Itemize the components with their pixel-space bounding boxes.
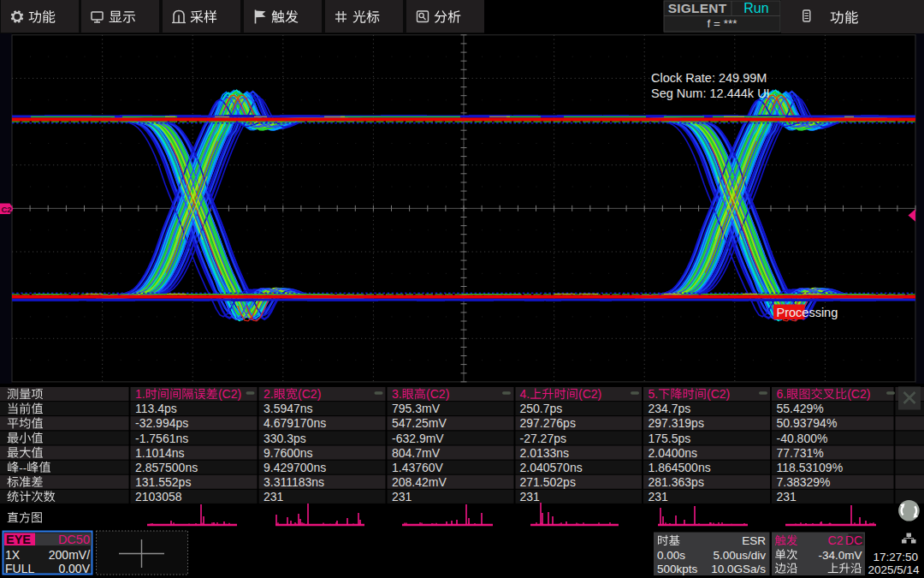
- svg-text:6.: 6.: [777, 387, 787, 401]
- svg-text:2.857500ns: 2.857500ns: [135, 461, 198, 474]
- svg-text:5.: 5.: [649, 387, 659, 401]
- svg-text:55.429%: 55.429%: [777, 402, 824, 415]
- svg-text:-34.0mV: -34.0mV: [819, 549, 862, 562]
- svg-text:118.53109%: 118.53109%: [777, 461, 844, 474]
- svg-text:4.: 4.: [520, 387, 530, 401]
- svg-text:1.43760V: 1.43760V: [392, 461, 444, 474]
- svg-text:500kpts: 500kpts: [657, 563, 698, 575]
- svg-text:(C2): (C2): [847, 387, 870, 401]
- svg-text:7.38329%: 7.38329%: [777, 475, 831, 489]
- svg-text:Seg Num: 12.444k UI: Seg Num: 12.444k UI: [651, 86, 770, 100]
- svg-text:-40.800%: -40.800%: [777, 432, 828, 445]
- svg-text:9.429700ns: 9.429700ns: [264, 461, 326, 474]
- svg-text:9.7600ns: 9.7600ns: [264, 446, 313, 460]
- svg-text:281.363ps: 281.363ps: [649, 475, 704, 489]
- svg-text:547.25mV: 547.25mV: [392, 416, 447, 430]
- svg-text:131.552ps: 131.552ps: [135, 475, 191, 489]
- svg-text:Processing: Processing: [777, 306, 838, 319]
- svg-text:4.679170ns: 4.679170ns: [264, 416, 326, 430]
- svg-text:250.7ps: 250.7ps: [520, 402, 563, 415]
- svg-text:-1.7561ns: -1.7561ns: [135, 432, 188, 445]
- svg-text:804.7mV: 804.7mV: [392, 446, 441, 460]
- svg-text:1X: 1X: [5, 548, 21, 562]
- svg-text:231: 231: [777, 490, 797, 504]
- svg-text:2.0133ns: 2.0133ns: [520, 446, 570, 460]
- svg-text:231: 231: [264, 490, 284, 504]
- svg-text:1.864500ns: 1.864500ns: [649, 461, 711, 474]
- svg-text:-27.27ps: -27.27ps: [520, 432, 566, 445]
- svg-text:(C2): (C2): [298, 387, 321, 401]
- svg-text:Run: Run: [743, 1, 768, 15]
- svg-text:271.502ps: 271.502ps: [520, 475, 576, 489]
- svg-text:2.0400ns: 2.0400ns: [649, 446, 698, 460]
- svg-text:113.4ps: 113.4ps: [135, 402, 177, 415]
- svg-text:-32.994ps: -32.994ps: [135, 416, 188, 430]
- svg-text:-632.9mV: -632.9mV: [392, 432, 444, 445]
- svg-text:1.1014ns: 1.1014ns: [135, 446, 185, 460]
- svg-text:208.42mV: 208.42mV: [392, 475, 447, 489]
- svg-text:2.: 2.: [264, 387, 274, 401]
- svg-text:(C2): (C2): [218, 387, 241, 401]
- svg-text:3.5947ns: 3.5947ns: [264, 402, 313, 415]
- svg-text:234.7ps: 234.7ps: [649, 402, 691, 415]
- svg-text:231: 231: [520, 490, 541, 504]
- svg-text:200mV/: 200mV/: [49, 548, 90, 562]
- svg-text:FULL: FULL: [5, 562, 34, 575]
- svg-text:0.00V: 0.00V: [58, 562, 90, 575]
- svg-text:3.311183ns: 3.311183ns: [264, 475, 324, 489]
- svg-text:3.: 3.: [392, 387, 402, 401]
- svg-text:77.731%: 77.731%: [777, 446, 824, 460]
- svg-text:17:27:50: 17:27:50: [874, 551, 919, 563]
- svg-text:297.319ps: 297.319ps: [649, 416, 704, 430]
- svg-text:2103058: 2103058: [135, 490, 182, 504]
- svg-text:DC: DC: [845, 533, 862, 547]
- svg-text:(C2): (C2): [707, 387, 730, 401]
- svg-text:10.0GSa/s: 10.0GSa/s: [711, 563, 766, 575]
- svg-text:231: 231: [392, 490, 412, 504]
- svg-text:ESR: ESR: [742, 534, 766, 547]
- svg-text:2.040570ns: 2.040570ns: [520, 461, 583, 474]
- svg-text:(C2): (C2): [426, 387, 449, 401]
- svg-text:EYE: EYE: [6, 533, 31, 546]
- svg-text:5.00us/div: 5.00us/div: [714, 549, 767, 562]
- svg-text:f = ***: f = ***: [708, 17, 738, 30]
- svg-text:C2: C2: [2, 205, 12, 214]
- svg-text:SIGLENT: SIGLENT: [668, 1, 727, 15]
- svg-text:795.3mV: 795.3mV: [392, 402, 441, 415]
- svg-text:1.: 1.: [135, 387, 145, 401]
- svg-text:Clock Rate: 249.99M: Clock Rate: 249.99M: [651, 71, 767, 85]
- svg-text:330.3ps: 330.3ps: [264, 432, 306, 445]
- svg-text:50.93794%: 50.93794%: [777, 416, 838, 430]
- svg-text:2025/5/14: 2025/5/14: [868, 563, 920, 576]
- svg-text:175.5ps: 175.5ps: [649, 432, 691, 445]
- svg-text:0.00s: 0.00s: [657, 549, 685, 562]
- svg-text:DC50: DC50: [58, 533, 90, 546]
- svg-text:C2: C2: [828, 533, 844, 547]
- svg-text:--: --: [19, 462, 27, 474]
- svg-text:231: 231: [649, 490, 669, 504]
- svg-text:297.276ps: 297.276ps: [520, 416, 576, 430]
- svg-text:(C2): (C2): [578, 387, 601, 401]
